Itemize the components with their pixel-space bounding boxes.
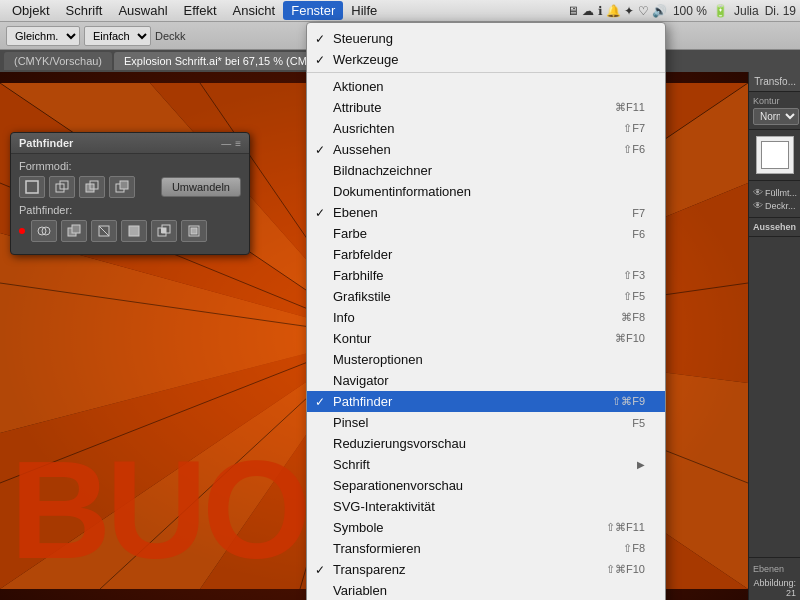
menu-ausrichten[interactable]: Ausrichten ⇧F7 [307, 118, 665, 139]
aussehen-section: Aussehen [749, 218, 800, 237]
menu-dokumentinformationen-label: Dokumentinformationen [333, 184, 471, 199]
menu-symbole-label: Symbole [333, 520, 384, 535]
menu-ausrichten-shortcut: ⇧F7 [623, 122, 645, 135]
tab-explosion[interactable]: Explosion Schrift.ai* bei 67,15 % (CMY ✕ [114, 52, 336, 70]
menu-svg-label: SVG-Interaktivität [333, 499, 435, 514]
formmodi-btn-2[interactable] [49, 176, 75, 198]
menu-navigator-label: Navigator [333, 373, 389, 388]
menubar: Objekt Schrift Auswahl Effekt Ansicht Fe… [0, 0, 800, 22]
menu-top-section: Steuerung Werkzeuge [307, 26, 665, 73]
aussehen-label: Aussehen [753, 222, 796, 232]
umwandeln-button[interactable]: Umwandeln [161, 177, 241, 197]
menu-attribute[interactable]: Attribute ⌘F11 [307, 97, 665, 118]
menu-farbhilfe[interactable]: Farbhilfe ⇧F3 [307, 265, 665, 286]
menu-ansicht[interactable]: Ansicht [225, 1, 284, 20]
formmodi-btn-3[interactable] [79, 176, 105, 198]
pathfinder-btn-2[interactable] [61, 220, 87, 242]
menu-musteroptionen[interactable]: Musteroptionen [307, 349, 665, 370]
menubar-battery: 🔋 [713, 4, 728, 18]
menu-farbfelder[interactable]: Farbfelder [307, 244, 665, 265]
menu-steuerung[interactable]: Steuerung [307, 28, 665, 49]
menu-schrift[interactable]: Schrift ▶ [307, 454, 665, 475]
menu-steuerung-label: Steuerung [333, 31, 393, 46]
pathfinder-btn-4[interactable] [121, 220, 147, 242]
formmodi-label: Formmodi: [19, 160, 241, 172]
menu-werkzeuge[interactable]: Werkzeuge [307, 49, 665, 70]
menu-ebenen-shortcut: F7 [632, 207, 645, 219]
red-dot-indicator [19, 228, 25, 234]
tab-cmyk[interactable]: (CMYK/Vorschau) [4, 52, 112, 70]
menu-svg-interaktivitaet[interactable]: SVG-Interaktivität [307, 496, 665, 517]
pathfinder-body: Formmodi: Umwandeln Path [11, 154, 249, 254]
kontur-preview-box [756, 136, 794, 174]
menu-info[interactable]: Info ⌘F8 [307, 307, 665, 328]
toolbar-select-2[interactable]: Einfach [84, 26, 151, 46]
menu-transformieren[interactable]: Transformieren ⇧F8 [307, 538, 665, 559]
pathfinder-btn-1[interactable] [31, 220, 57, 242]
menu-variablen[interactable]: Variablen [307, 580, 665, 600]
menu-schrift[interactable]: Schrift [58, 1, 111, 20]
pathfinder-btn-3[interactable] [91, 220, 117, 242]
menu-grafikstile[interactable]: Grafikstile ⇧F5 [307, 286, 665, 307]
kontur-section: Kontur Normal [749, 92, 800, 130]
menu-transparenz-label: Transparenz [333, 562, 406, 577]
menu-aktionen-label: Aktionen [333, 79, 384, 94]
pathfinder-row [19, 220, 241, 242]
pathfinder-btn-5[interactable] [151, 220, 177, 242]
menu-auswahl[interactable]: Auswahl [110, 1, 175, 20]
panel-menu-icon[interactable]: ≡ [235, 138, 241, 149]
formmodi-row: Umwandeln [19, 176, 241, 198]
kontur-preview-inner [761, 141, 789, 169]
menu-hilfe[interactable]: Hilfe [343, 1, 385, 20]
menu-aktionen[interactable]: Aktionen [307, 76, 665, 97]
menu-farbe[interactable]: Farbe F6 [307, 223, 665, 244]
menu-info-shortcut: ⌘F8 [621, 311, 645, 324]
eye-icon-deckr[interactable]: 👁 [753, 200, 763, 211]
menu-grafikstile-label: Grafikstile [333, 289, 391, 304]
normal-select[interactable]: Normal [753, 108, 799, 125]
menu-effekt[interactable]: Effekt [176, 1, 225, 20]
right-panel: Transfo... Kontur Normal 👁 Füllmt... 👁 D… [748, 72, 800, 600]
svg-rect-39 [72, 225, 80, 233]
toolbar-deckkraft-label: Deckk [155, 30, 186, 42]
kontur-label: Kontur [753, 96, 796, 106]
formmodi-btn-1[interactable] [19, 176, 45, 198]
menu-reduzierungsvorschau[interactable]: Reduzierungsvorschau [307, 433, 665, 454]
menu-attribute-shortcut: ⌘F11 [615, 101, 645, 114]
bottom-divider [749, 557, 800, 558]
menu-pinsel[interactable]: Pinsel F5 [307, 412, 665, 433]
abbildung-label: Abbildung: 21 [749, 576, 800, 600]
menu-pathfinder[interactable]: Pathfinder ⇧⌘F9 [307, 391, 665, 412]
menu-bildnachzeichner[interactable]: Bildnachzeichner [307, 160, 665, 181]
menu-kontur-shortcut: ⌘F10 [615, 332, 645, 345]
canvas-big-text: BUO [10, 440, 306, 580]
eye-icon-fillmt[interactable]: 👁 [753, 187, 763, 198]
menubar-right: 🖥 ☁ ℹ 🔔 ✦ ♡ 🔊 100 % 🔋 Julia Di. 19 [567, 4, 796, 18]
menu-separationenvorschau[interactable]: Separationenvorschau [307, 475, 665, 496]
menu-farbe-shortcut: F6 [632, 228, 645, 240]
menu-werkzeuge-label: Werkzeuge [333, 52, 399, 67]
menu-transformieren-label: Transformieren [333, 541, 421, 556]
menu-transparenz-shortcut: ⇧⌘F10 [606, 563, 645, 576]
pathfinder-btn-6[interactable] [181, 220, 207, 242]
menu-dokumentinformationen[interactable]: Dokumentinformationen [307, 181, 665, 202]
fenster-dropdown: Steuerung Werkzeuge Aktionen Attribute ⌘… [306, 22, 666, 600]
deckr-row: 👁 Deckr... [753, 200, 796, 211]
menu-ebenen[interactable]: Ebenen F7 [307, 202, 665, 223]
menu-aussehen[interactable]: Aussehen ⇧F6 [307, 139, 665, 160]
formmodi-btn-4[interactable] [109, 176, 135, 198]
toolbar-select-1[interactable]: Gleichm. [6, 26, 80, 46]
menu-schrift-arrow: ▶ [637, 459, 645, 470]
menu-symbole-shortcut: ⇧⌘F11 [606, 521, 645, 534]
menu-navigator[interactable]: Navigator [307, 370, 665, 391]
menu-symbole[interactable]: Symbole ⇧⌘F11 [307, 517, 665, 538]
pathfinder-panel-header: Pathfinder — ≡ [11, 133, 249, 154]
menu-pinsel-shortcut: F5 [632, 417, 645, 429]
menu-fenster[interactable]: Fenster [283, 1, 343, 20]
menu-objekt[interactable]: Objekt [4, 1, 58, 20]
menu-kontur[interactable]: Kontur ⌘F10 [307, 328, 665, 349]
pathfinder-label: Pathfinder: [19, 204, 241, 216]
menu-transparenz[interactable]: Transparenz ⇧⌘F10 [307, 559, 665, 580]
panel-minimize-icon[interactable]: — [221, 138, 231, 149]
menu-bildnachzeichner-label: Bildnachzeichner [333, 163, 432, 178]
